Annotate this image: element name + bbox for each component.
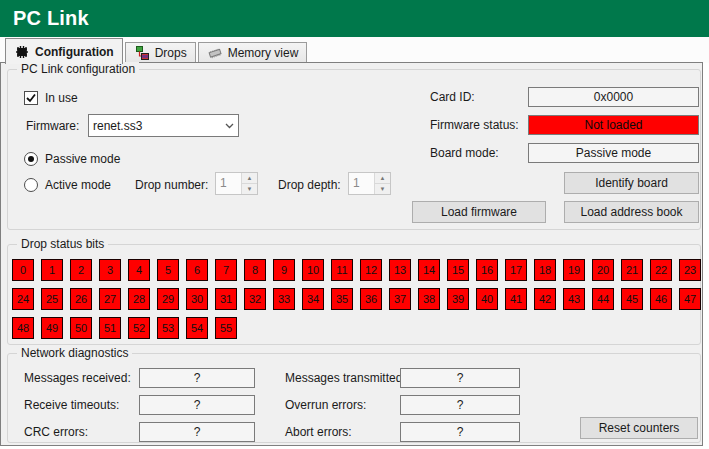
drop-status-bit-9: 9 [273, 259, 295, 281]
tab-configuration[interactable]: Configuration [5, 38, 123, 64]
configuration-tab-page: PC Link configuration In use Firmware: r… [0, 62, 703, 446]
board-mode-field: Passive mode [528, 143, 699, 163]
drop-status-bit-32: 32 [244, 288, 266, 310]
drop-number-stepper[interactable]: 1 ▲ ▼ [215, 172, 258, 195]
firmware-status-field: Not loaded [528, 115, 699, 135]
drop-status-bit-52: 52 [128, 317, 150, 339]
in-use-label: In use [45, 88, 78, 108]
drop-status-bit-13: 13 [389, 259, 411, 281]
tab-drops[interactable]: Drops [125, 42, 196, 63]
firmware-status-label: Firmware status: [430, 115, 519, 135]
check-icon [26, 93, 36, 103]
tab-memory-view-label: Memory view [228, 46, 299, 60]
radio-dot [28, 156, 34, 162]
drop-status-bit-44: 44 [592, 288, 614, 310]
drop-status-bit-11: 11 [331, 259, 353, 281]
load-address-book-button[interactable]: Load address book [564, 201, 699, 223]
drop-status-bit-10: 10 [302, 259, 324, 281]
drop-status-bit-20: 20 [592, 259, 614, 281]
drop-status-bit-27: 27 [99, 288, 121, 310]
drop-status-bit-46: 46 [650, 288, 672, 310]
active-mode-label: Active mode [45, 175, 111, 195]
drop-status-bit-41: 41 [505, 288, 527, 310]
spin-down-icon[interactable]: ▼ [242, 183, 257, 194]
pc-link-configuration-group-title: PC Link configuration [17, 62, 139, 76]
messages-transmitted-label: Messages transmitted: [285, 368, 406, 388]
drop-status-bit-8: 8 [244, 259, 266, 281]
receive-timeouts-label: Receive timeouts: [24, 395, 119, 415]
drop-status-bit-50: 50 [70, 317, 92, 339]
overrun-errors-field: ? [400, 395, 520, 415]
drop-status-bit-16: 16 [476, 259, 498, 281]
drop-status-bit-22: 22 [650, 259, 672, 281]
messages-transmitted-field: ? [400, 368, 520, 388]
drop-status-bit-14: 14 [418, 259, 440, 281]
drop-status-bit-42: 42 [534, 288, 556, 310]
drop-status-bit-37: 37 [389, 288, 411, 310]
drop-status-bit-26: 26 [70, 288, 92, 310]
messages-received-field: ? [139, 368, 255, 388]
drop-status-bit-17: 17 [505, 259, 527, 281]
drop-status-bit-7: 7 [215, 259, 237, 281]
drop-status-bit-29: 29 [157, 288, 179, 310]
drop-status-bit-5: 5 [157, 259, 179, 281]
network-diagnostics-group: Network diagnostics Messages received: ?… [7, 353, 701, 443]
messages-received-label: Messages received: [24, 368, 131, 388]
overrun-errors-label: Overrun errors: [285, 395, 366, 415]
chevron-down-icon [220, 123, 238, 129]
drop-status-bit-45: 45 [621, 288, 643, 310]
drop-status-bit-3: 3 [99, 259, 121, 281]
tab-configuration-label: Configuration [35, 45, 114, 59]
drop-status-bits-group-title: Drop status bits [17, 237, 108, 251]
spin-up-icon[interactable]: ▲ [242, 173, 257, 183]
window-title: PC Link [0, 7, 89, 30]
drop-status-bit-28: 28 [128, 288, 150, 310]
drop-number-label: Drop number: [135, 175, 208, 195]
active-mode-radio[interactable] [24, 178, 38, 192]
drop-status-bit-0: 0 [12, 259, 34, 281]
drop-status-bit-36: 36 [360, 288, 382, 310]
abort-errors-label: Abort errors: [285, 422, 352, 442]
spin-down-icon[interactable]: ▼ [375, 183, 390, 194]
tab-memory-view[interactable]: Memory view [198, 42, 308, 63]
memory-chip-icon [207, 45, 223, 61]
crc-errors-field: ? [139, 422, 255, 442]
chip-icon [14, 44, 30, 60]
drop-status-bit-34: 34 [302, 288, 324, 310]
drops-network-icon [134, 45, 150, 61]
drop-status-bit-6: 6 [186, 259, 208, 281]
card-id-field: 0x0000 [528, 87, 699, 107]
drop-status-bits-group: Drop status bits 01234567891011121314151… [7, 244, 701, 345]
firmware-combobox[interactable]: renet.ss3 [88, 114, 239, 137]
drop-status-bit-1: 1 [41, 259, 63, 281]
tab-strip: Configuration Drops [0, 37, 709, 63]
passive-mode-radio[interactable] [24, 152, 38, 166]
pc-link-configuration-group: PC Link configuration In use Firmware: r… [7, 69, 701, 230]
tab-drops-label: Drops [155, 46, 187, 60]
drop-status-bits-grid: 0123456789101112131415161718192021222324… [12, 259, 704, 339]
drop-status-bit-23: 23 [679, 259, 701, 281]
drop-status-bit-12: 12 [360, 259, 382, 281]
reset-counters-button[interactable]: Reset counters [580, 417, 698, 439]
drop-status-bit-15: 15 [447, 259, 469, 281]
drop-number-value: 1 [216, 173, 241, 194]
spin-up-icon[interactable]: ▲ [375, 173, 390, 183]
drop-status-bit-53: 53 [157, 317, 179, 339]
drop-status-bit-30: 30 [186, 288, 208, 310]
crc-errors-label: CRC errors: [24, 422, 88, 442]
network-diagnostics-group-title: Network diagnostics [17, 346, 132, 360]
load-firmware-button[interactable]: Load firmware [412, 201, 546, 223]
in-use-checkbox[interactable] [24, 91, 38, 105]
drop-depth-value: 1 [349, 173, 374, 194]
pc-link-window: PC Link Configuration [0, 0, 709, 449]
drop-status-bit-31: 31 [215, 288, 237, 310]
drop-status-bit-2: 2 [70, 259, 92, 281]
drop-status-bit-47: 47 [679, 288, 701, 310]
drop-status-bit-55: 55 [215, 317, 237, 339]
drop-status-bit-38: 38 [418, 288, 440, 310]
board-mode-label: Board mode: [430, 143, 499, 163]
drop-status-bit-18: 18 [534, 259, 556, 281]
identify-board-button[interactable]: Identify board [564, 172, 699, 194]
drop-status-bit-33: 33 [273, 288, 295, 310]
drop-depth-stepper[interactable]: 1 ▲ ▼ [348, 172, 391, 195]
